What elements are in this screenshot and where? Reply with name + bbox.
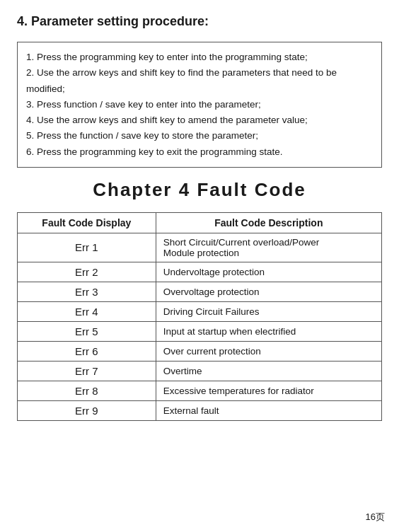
err-code-9: Err 9: [18, 400, 156, 420]
err-code-8: Err 8: [18, 381, 156, 400]
err-desc-3: Overvoltage protection: [156, 282, 381, 301]
table-row: Err 7 Overtime: [18, 361, 382, 381]
table-row: Err 4 Driving Circuit Failures: [18, 301, 382, 321]
section4-title: 4. Parameter setting procedure:: [17, 14, 382, 29]
err-code-3: Err 3: [18, 282, 156, 301]
table-row: Err 6 Over current protection: [18, 341, 382, 361]
page-container: 4. Parameter setting procedure: 1. Press…: [0, 0, 399, 532]
chapter4-title: Chapter 4 Fault Code: [17, 179, 382, 201]
err-desc-6: Over current protection: [156, 341, 381, 361]
err-code-2: Err 2: [18, 262, 156, 282]
err-desc-4: Driving Circuit Failures: [156, 301, 381, 321]
err-code-4: Err 4: [18, 301, 156, 321]
table-row: Err 3 Overvoltage protection: [18, 282, 382, 301]
table-row: Err 5 Input at startup when electrified: [18, 321, 382, 341]
err-desc-7: Overtime: [156, 361, 381, 381]
col1-header: Fault Code Display: [18, 212, 156, 233]
page-number: 16页: [366, 511, 385, 524]
err-desc-9: External fault: [156, 400, 381, 420]
err-code-5: Err 5: [18, 321, 156, 341]
table-row: Err 9 External fault: [18, 400, 382, 420]
err-code-7: Err 7: [18, 361, 156, 381]
table-row: Err 2 Undervoltage protection: [18, 262, 382, 282]
table-row: Err 8 Excessive temperatures for radiato…: [18, 381, 382, 400]
instruction-box: 1. Press the programming key to enter in…: [17, 42, 382, 168]
err-code-6: Err 6: [18, 341, 156, 361]
instruction-text: 1. Press the programming key to enter in…: [26, 52, 337, 157]
err-desc-2: Undervoltage protection: [156, 262, 381, 282]
col2-header: Fault Code Description: [156, 212, 381, 233]
err-code-1: Err 1: [18, 233, 156, 262]
err-desc-1: Short Circuit/Current overload/PowerModu…: [156, 233, 381, 262]
err-desc-5: Input at startup when electrified: [156, 321, 381, 341]
fault-code-table: Fault Code Display Fault Code Descriptio…: [17, 212, 382, 421]
err-desc-8: Excessive temperatures for radiator: [156, 381, 381, 400]
table-row: Err 1 Short Circuit/Current overload/Pow…: [18, 233, 382, 262]
